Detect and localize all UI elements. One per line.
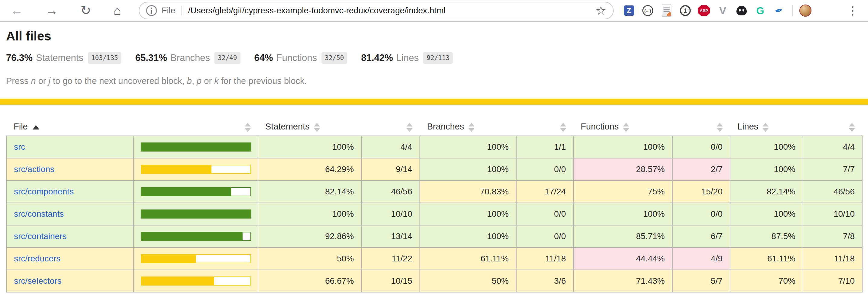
notes-extension-icon[interactable] bbox=[660, 4, 674, 17]
chart-cell bbox=[133, 136, 258, 158]
sort-arrows-icon[interactable] bbox=[406, 123, 412, 132]
file-link[interactable]: src/reducers bbox=[14, 254, 61, 263]
profile-avatar[interactable] bbox=[799, 4, 811, 16]
lines-fraction-cell: 7/10 bbox=[803, 270, 862, 292]
functions-percent: 64% bbox=[254, 52, 273, 63]
sort-arrows-icon[interactable] bbox=[560, 123, 566, 132]
coverage-bar-fill bbox=[142, 255, 196, 263]
branches-fraction-cell: 11/18 bbox=[516, 248, 574, 270]
statements-percent-cell: 100% bbox=[258, 203, 362, 225]
lines-header-label: Lines bbox=[737, 122, 758, 131]
column-header-statements-raw[interactable] bbox=[362, 118, 420, 136]
chart-cell bbox=[133, 270, 258, 292]
functions-percent-cell: 85.71% bbox=[574, 225, 672, 248]
coverage-bar-fill bbox=[142, 232, 243, 240]
bookmark-star-icon[interactable]: ☆ bbox=[595, 4, 607, 16]
sort-arrows-icon[interactable] bbox=[314, 123, 320, 132]
back-button[interactable]: ← bbox=[10, 4, 23, 17]
coverage-bar-fill bbox=[142, 166, 211, 173]
lines-fraction-cell: 11/18 bbox=[803, 248, 862, 270]
metric-branches: 65.31% Branches 32/49 bbox=[135, 52, 240, 64]
column-header-functions-raw[interactable] bbox=[672, 118, 730, 136]
file-link[interactable]: src/selectors bbox=[14, 276, 61, 286]
monster-extension-icon[interactable] bbox=[735, 4, 748, 17]
coverage-table: File Statements Branches Functions Lines… bbox=[6, 118, 863, 292]
home-button[interactable]: ⌂ bbox=[114, 4, 121, 17]
chart-cell bbox=[133, 158, 258, 181]
branches-percent-cell: 70.83% bbox=[420, 181, 516, 203]
metric-lines: 81.42% Lines 92/113 bbox=[361, 52, 453, 64]
table-row: src/reducers50%11/2261.11%11/1844.44%4/9… bbox=[6, 248, 862, 270]
adblock-plus-extension-icon[interactable]: ABP bbox=[697, 4, 711, 17]
coverage-bar bbox=[141, 232, 251, 241]
column-header-functions[interactable]: Functions bbox=[574, 118, 672, 136]
column-header-lines-raw[interactable] bbox=[803, 118, 862, 136]
file-link[interactable]: src bbox=[14, 142, 25, 151]
address-bar[interactable]: File /Users/gleb/git/cypress-example-tod… bbox=[139, 2, 614, 19]
sort-arrows-icon[interactable] bbox=[245, 123, 251, 132]
lines-percent: 81.42% bbox=[361, 52, 393, 63]
abp-shield-icon: ABP bbox=[698, 5, 710, 16]
pen-extension-icon[interactable]: ✒ bbox=[772, 4, 786, 17]
functions-percent-cell: 71.43% bbox=[574, 270, 672, 292]
lines-percent-cell: 100% bbox=[730, 203, 803, 225]
statements-fraction-cell: 11/22 bbox=[362, 248, 420, 270]
sort-arrows-icon[interactable] bbox=[763, 123, 769, 132]
hint-text: Press bbox=[6, 76, 31, 86]
onepassword-extension-icon[interactable]: 1 bbox=[678, 4, 692, 17]
grammarly-extension-icon[interactable]: G bbox=[753, 4, 767, 17]
sort-arrows-icon[interactable] bbox=[717, 123, 723, 132]
reload-button[interactable]: ↻ bbox=[81, 4, 91, 17]
hint-key: n bbox=[31, 76, 36, 86]
json-braces-icon: {…} bbox=[642, 5, 653, 16]
sort-arrows-icon[interactable] bbox=[623, 123, 629, 132]
column-header-chart[interactable] bbox=[133, 118, 258, 136]
zotero-icon: Z bbox=[624, 5, 634, 16]
forward-button[interactable]: → bbox=[45, 4, 58, 17]
url-scheme-label: File bbox=[162, 6, 176, 15]
functions-fraction-cell: 2/7 bbox=[672, 158, 730, 181]
vue-devtools-extension-icon[interactable]: V bbox=[716, 4, 730, 17]
statements-percent: 76.3% bbox=[6, 52, 33, 63]
column-header-statements[interactable]: Statements bbox=[258, 118, 362, 136]
file-link[interactable]: src/constants bbox=[14, 209, 64, 219]
file-header-label: File bbox=[13, 122, 28, 131]
file-cell: src/components bbox=[6, 181, 133, 203]
page-info-icon[interactable] bbox=[146, 5, 157, 16]
hint-text: to go to the next uncovered block, bbox=[51, 76, 187, 86]
statements-fraction-cell: 10/15 bbox=[362, 270, 420, 292]
browser-menu-icon[interactable]: ⋮ bbox=[847, 5, 860, 16]
column-header-file[interactable]: File bbox=[6, 118, 133, 136]
functions-label: Functions bbox=[276, 52, 317, 63]
branches-percent-cell: 100% bbox=[420, 225, 516, 248]
extensions-row: Z {…} 1 ABP V G ✒ bbox=[622, 4, 786, 17]
coverage-bar-fill bbox=[142, 277, 214, 285]
coverage-status-bar bbox=[0, 99, 868, 105]
file-link[interactable]: src/components bbox=[14, 187, 74, 196]
coverage-bar bbox=[141, 277, 251, 286]
column-header-branches[interactable]: Branches bbox=[420, 118, 516, 136]
file-cell: src/constants bbox=[6, 203, 133, 225]
json-viewer-extension-icon[interactable]: {…} bbox=[641, 4, 655, 17]
statements-fraction-cell: 46/56 bbox=[362, 181, 420, 203]
table-row: src/actions64.29%9/14100%0/028.57%2/7100… bbox=[6, 158, 862, 181]
zotero-extension-icon[interactable]: Z bbox=[622, 4, 636, 17]
statements-fraction-cell: 10/10 bbox=[362, 203, 420, 225]
column-header-lines[interactable]: Lines bbox=[730, 118, 803, 136]
column-header-branches-raw[interactable] bbox=[516, 118, 574, 136]
lines-fraction-cell: 10/10 bbox=[803, 203, 862, 225]
file-cell: src/selectors bbox=[6, 270, 133, 292]
file-link[interactable]: src/actions bbox=[14, 164, 55, 174]
statements-header-label: Statements bbox=[265, 122, 310, 131]
statements-percent-cell: 50% bbox=[258, 248, 362, 270]
file-link[interactable]: src/containers bbox=[14, 231, 66, 241]
monster-icon bbox=[737, 6, 747, 15]
file-cell: src/actions bbox=[6, 158, 133, 181]
statements-percent-cell: 66.67% bbox=[258, 270, 362, 292]
branches-percent-cell: 100% bbox=[420, 158, 516, 181]
table-row: src/selectors66.67%10/1550%3/671.43%5/77… bbox=[6, 270, 862, 292]
sort-arrows-icon[interactable] bbox=[849, 123, 855, 132]
branches-percent-cell: 100% bbox=[420, 203, 516, 225]
sort-arrows-icon[interactable] bbox=[468, 123, 474, 132]
functions-percent-cell: 100% bbox=[574, 136, 672, 158]
